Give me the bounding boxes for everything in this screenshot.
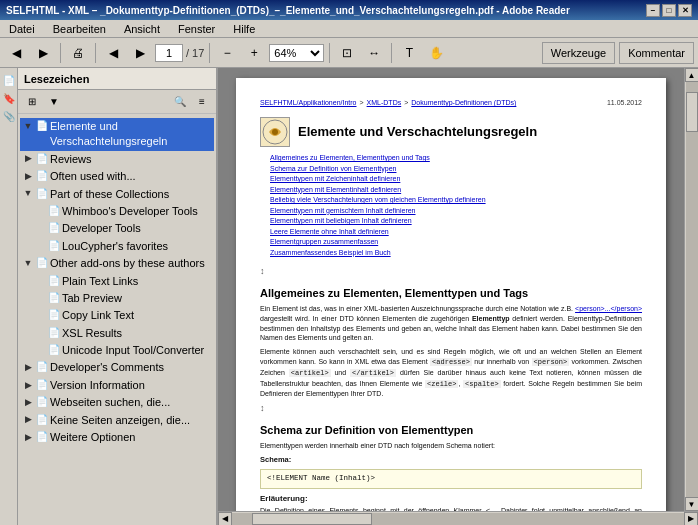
hscroll-left-button[interactable]: ◀	[218, 512, 232, 526]
back-button[interactable]: ◀	[4, 42, 28, 64]
bookmark-other-toggle[interactable]: ▼	[22, 256, 34, 270]
hscroll-track[interactable]	[232, 513, 684, 525]
breadcrumb-selfhtml[interactable]: SELFHTML/Applikationen/Intro	[260, 98, 357, 107]
werkzeuge-button[interactable]: Werkzeuge	[542, 42, 615, 64]
bookmark-loucy[interactable]: ▶ 📄 LouCypher's favorites	[20, 238, 214, 255]
bookmark-version-label: Version Information	[50, 378, 212, 393]
bookmark-whimboo[interactable]: ▶ 📄 Whimboo's Developer Tools	[20, 203, 214, 220]
page-number-input[interactable]	[155, 44, 183, 62]
pdf-code-zeile: <zeile>	[425, 380, 458, 388]
breadcrumb-sep2: >	[404, 98, 408, 107]
menu-ansicht[interactable]: Ansicht	[121, 22, 163, 36]
bookmark-unicode[interactable]: ▶ 📄 Unicode Input Tool/Converter	[20, 342, 214, 359]
breadcrumb-doku[interactable]: Dokumenttyp-Definitionen (DTDs)	[411, 98, 516, 107]
menu-bearbeiten[interactable]: Bearbeiten	[50, 22, 109, 36]
bookmark-tree: ▼ 📄 Elemente und Verschachtelungsregeln …	[18, 114, 216, 525]
hscroll-thumb[interactable]	[252, 513, 372, 525]
minimize-button[interactable]: −	[646, 4, 660, 17]
bookmark-xsl[interactable]: ▶ 📄 XSL Results	[20, 325, 214, 342]
bookmark-devcomm-toggle[interactable]: ▶	[22, 360, 34, 374]
bookmark-keine-toggle[interactable]: ▶	[22, 413, 34, 427]
bookmark-elemente-toggle[interactable]: ▼	[22, 119, 34, 133]
bookmark-other[interactable]: ▼ 📄 Other add-ons by these authors	[20, 255, 214, 272]
bookmark-weitere-icon: 📄	[36, 430, 48, 444]
menu-fenster[interactable]: Fenster	[175, 22, 218, 36]
strip-bookmarks-icon[interactable]: 🔖	[1, 90, 17, 106]
bookmark-reviews-toggle[interactable]: ▶	[22, 152, 34, 166]
pdf-toc: Allgemeines zu Elementen, Elementtypen u…	[260, 153, 642, 258]
bookmark-devcomm[interactable]: ▶ 📄 Developer's Comments	[20, 359, 214, 376]
fit-page-button[interactable]: ⊡	[335, 42, 359, 64]
sidebar-toolbar: ⊞ ▼ 🔍 ≡	[18, 90, 216, 114]
toc-item-7[interactable]: Leere Elemente ohne Inhalt definieren	[270, 227, 642, 238]
menu-hilfe[interactable]: Hilfe	[230, 22, 258, 36]
strip-pages-icon[interactable]: 📄	[1, 72, 17, 88]
pdf-area[interactable]: 11.05.2012 SELFHTML/Applikationen/Intro …	[218, 68, 684, 511]
toc-item-6[interactable]: Elementtypen mit beliebigem Inhalt defin…	[270, 216, 642, 227]
toolbar-right: Werkzeuge Kommentar	[542, 42, 694, 64]
toc-item-8[interactable]: Elementgruppen zusammenfassen	[270, 237, 642, 248]
toc-item-5[interactable]: Elementtypen mit gemischtem Inhalt defin…	[270, 206, 642, 217]
scroll-down-button[interactable]: ▼	[685, 497, 699, 511]
pdf-erlaeuterung-para: Die Definition eines Elements beginnt mi…	[260, 506, 642, 511]
sidebar-tool-expand[interactable]: ⊞	[22, 93, 42, 111]
select-tool-button[interactable]: T	[397, 42, 421, 64]
pdf-top-bar: 11.05.2012 SELFHTML/Applikationen/Intro …	[260, 98, 642, 113]
scroll-track[interactable]	[686, 82, 698, 497]
hand-tool-button[interactable]: ✋	[424, 42, 448, 64]
print-button[interactable]: 🖨	[66, 42, 90, 64]
bookmark-reviews[interactable]: ▶ 📄 Reviews	[20, 151, 214, 168]
main-area: 📄 🔖 📎 Lesezeichen ⊞ ▼ 🔍 ≡ ▼ 📄 Elemente u…	[0, 68, 698, 525]
bookmark-tabprev[interactable]: ▶ 📄 Tab Preview	[20, 290, 214, 307]
bookmark-weitere[interactable]: ▶ 📄 Weitere Optionen	[20, 429, 214, 446]
zoom-in-button[interactable]: +	[242, 42, 266, 64]
bookmark-devtools[interactable]: ▶ 📄 Developer Tools	[20, 220, 214, 237]
bookmark-often-toggle[interactable]: ▶	[22, 169, 34, 183]
sidebar: Lesezeichen ⊞ ▼ 🔍 ≡ ▼ 📄 Elemente und Ver…	[18, 68, 218, 525]
prev-page-button[interactable]: ◀	[101, 42, 125, 64]
bookmark-keine[interactable]: ▶ 📄 Keine Seiten anzeigen, die...	[20, 412, 214, 429]
scroll-thumb[interactable]	[686, 92, 698, 132]
toc-item-4[interactable]: Beliebig viele Verschachtelungen vom gle…	[270, 195, 642, 206]
maximize-button[interactable]: □	[662, 4, 676, 17]
toolbar-separator-3	[209, 43, 210, 63]
bookmark-webseiten-toggle[interactable]: ▶	[22, 395, 34, 409]
forward-button[interactable]: ▶	[31, 42, 55, 64]
bookmark-weitere-toggle[interactable]: ▶	[22, 430, 34, 444]
bookmark-part-of-toggle[interactable]: ▼	[22, 187, 34, 201]
bookmark-weitere-label: Weitere Optionen	[50, 430, 212, 445]
bookmark-copylnk[interactable]: ▶ 📄 Copy Link Text	[20, 307, 214, 324]
toc-item-0[interactable]: Allgemeines zu Elementen, Elementtypen u…	[270, 153, 642, 164]
toolbar-separator-5	[391, 43, 392, 63]
scroll-up-button[interactable]: ▲	[685, 68, 699, 82]
hscroll-right-button[interactable]: ▶	[684, 512, 698, 526]
bookmark-part-of[interactable]: ▼ 📄 Part of these Collections	[20, 186, 214, 203]
bookmark-version[interactable]: ▶ 📄 Version Information	[20, 377, 214, 394]
sidebar-tool-search[interactable]: 🔍	[170, 93, 190, 111]
bookmark-elemente[interactable]: ▼ 📄 Elemente und Verschachtelungsregeln	[20, 118, 214, 151]
pdf-page: 11.05.2012 SELFHTML/Applikationen/Intro …	[236, 78, 666, 511]
toc-item-9[interactable]: Zusammenfassendes Beispiel im Buch	[270, 248, 642, 259]
sidebar-tool-menu[interactable]: ≡	[192, 93, 212, 111]
toc-item-2[interactable]: Elementtypen mit Zeicheninhalt definiere…	[270, 174, 642, 185]
bookmark-often-label: Often used with...	[50, 169, 212, 184]
strip-attach-icon[interactable]: 📎	[1, 108, 17, 124]
menu-bar: Datei Bearbeiten Ansicht Fenster Hilfe	[0, 20, 698, 38]
toc-item-1[interactable]: Schema zur Definition von Elementtypen	[270, 164, 642, 175]
next-page-button[interactable]: ▶	[128, 42, 152, 64]
sidebar-tool-options[interactable]: ▼	[44, 93, 64, 111]
pdf-inline-link-1[interactable]: <person>...</person>	[575, 305, 642, 312]
fit-width-button[interactable]: ↔	[362, 42, 386, 64]
close-button[interactable]: ✕	[678, 4, 692, 17]
bookmark-plain[interactable]: ▶ 📄 Plain Text Links	[20, 273, 214, 290]
bookmark-version-toggle[interactable]: ▶	[22, 378, 34, 392]
bookmark-webseiten[interactable]: ▶ 📄 Webseiten suchen, die...	[20, 394, 214, 411]
menu-datei[interactable]: Datei	[6, 22, 38, 36]
zoom-out-button[interactable]: −	[215, 42, 239, 64]
kommentar-button[interactable]: Kommentar	[619, 42, 694, 64]
zoom-select[interactable]: 64% 50% 75% 100% 125%	[269, 44, 324, 62]
toolbar-separator-1	[60, 43, 61, 63]
breadcrumb-dtds[interactable]: XML-DTDs	[367, 98, 402, 107]
bookmark-often[interactable]: ▶ 📄 Often used with...	[20, 168, 214, 185]
toc-item-3[interactable]: Elementtypen mit Elementinhalt definiere…	[270, 185, 642, 196]
